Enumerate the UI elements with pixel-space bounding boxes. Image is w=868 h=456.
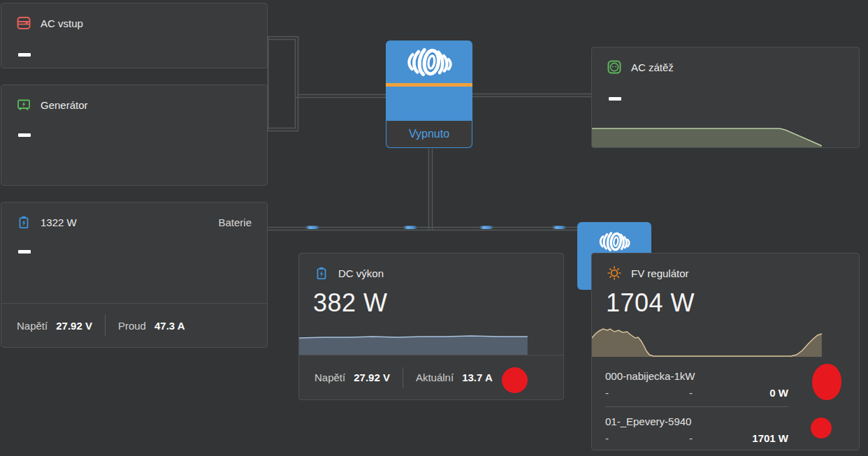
device-voltage: - [605, 387, 689, 399]
pv-device-list: 000-nabijecka-1kW - - 0 W 01-_Epevery-59… [605, 362, 788, 450]
vrm-system-overview: AC vstup Generátor 1322 W Baterie [0, 0, 868, 456]
generator-icon [17, 98, 31, 112]
alarm-status-dot[interactable] [812, 364, 841, 400]
panel-battery[interactable]: 1322 W Baterie Napětí 27.92 V Proud 47.3… [1, 202, 268, 348]
power-flow-indicator [403, 226, 417, 230]
device-current: - [689, 387, 769, 399]
sun-icon [607, 266, 621, 280]
pv-charger-sparkline [592, 321, 859, 357]
battery-power-value: 1322 W [41, 216, 77, 228]
divider [403, 367, 403, 388]
alarm-status-dot[interactable] [502, 367, 528, 393]
current-label: Aktuální [416, 372, 454, 383]
dc-power-value: 382 W [313, 288, 388, 318]
device-name: 000-nabijecka-1kW [605, 370, 788, 382]
panel-title: FV regulátor [631, 267, 689, 279]
current-value: 13.7 A [462, 372, 493, 383]
inverter-tile[interactable]: Vypnuto [386, 41, 472, 148]
value-placeholder [18, 53, 31, 57]
panel-ac-input[interactable]: AC vstup [1, 3, 268, 68]
device-power: 0 W [769, 387, 788, 399]
power-flow-indicator [479, 226, 493, 230]
list-item[interactable]: 01-_Epevery-5940 - - 1701 W [605, 406, 788, 450]
panel-dc-power[interactable]: DC výkon 382 W Napětí 27.92 V Aktuální 1… [298, 253, 564, 400]
value-placeholder [18, 250, 31, 253]
panel-generator[interactable]: Generátor [1, 84, 268, 186]
grid-icon [17, 16, 31, 30]
ac-load-sparkline [592, 126, 859, 147]
voltage-label: Napětí [314, 372, 345, 383]
victron-logo-icon [399, 44, 459, 80]
wire-ac-input-loop-outer [268, 37, 298, 131]
device-current: - [689, 432, 752, 444]
pv-power-value: 1704 W [606, 288, 695, 318]
list-item[interactable]: 000-nabijecka-1kW - - 0 W [605, 362, 788, 406]
divider [105, 315, 106, 336]
voltage-value: 27.92 V [354, 372, 390, 383]
socket-icon [607, 60, 621, 74]
wire-ac-in-to-inverter [296, 95, 386, 98]
panel-ac-load[interactable]: AC zátěž [591, 47, 860, 148]
current-value: 47.3 A [154, 320, 185, 332]
device-power: 1701 W [752, 432, 788, 444]
device-name: 01-_Epevery-5940 [605, 415, 788, 427]
wire-inverter-to-ac-load [472, 94, 591, 97]
voltage-label: Napětí [17, 320, 48, 332]
voltage-value: 27.92 V [56, 320, 92, 332]
value-placeholder [18, 133, 31, 137]
panel-pv-charger[interactable]: FV regulátor 1704 W 000-nabijecka-1kW - … [591, 253, 860, 450]
panel-title: Generátor [41, 99, 88, 111]
victron-logo-icon [594, 229, 635, 254]
battery-icon [314, 266, 328, 280]
panel-title: Baterie [218, 216, 252, 228]
device-voltage: - [605, 432, 689, 444]
power-flow-indicator [552, 226, 566, 230]
current-label: Proud [118, 320, 146, 332]
alarm-status-dot[interactable] [811, 418, 832, 439]
power-flow-indicator [305, 226, 319, 230]
inverter-status: Vypnuto [386, 121, 472, 148]
wire-ac-input-loop-inner [268, 40, 296, 128]
dc-power-sparkline [299, 334, 563, 355]
battery-icon [17, 215, 31, 229]
panel-title: DC výkon [338, 267, 384, 279]
battery-footer: Napětí 27.92 V Proud 47.3 A [1, 303, 267, 347]
wire-inverter-dc-drop [429, 149, 433, 230]
value-placeholder [609, 97, 621, 101]
panel-title: AC zátěž [631, 61, 674, 73]
panel-title: AC vstup [41, 17, 83, 29]
inverter-tile-body [386, 41, 472, 121]
